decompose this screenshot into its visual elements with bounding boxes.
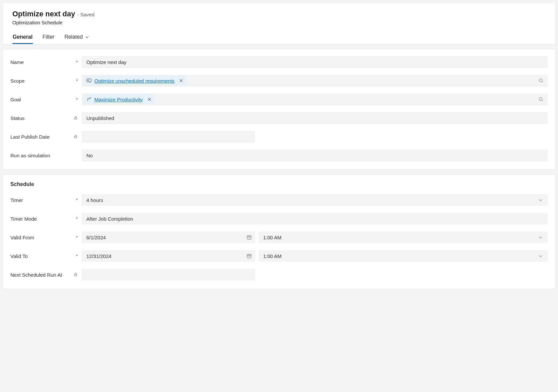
tab-general[interactable]: General <box>12 32 33 44</box>
simulation-field[interactable]: No <box>82 149 548 161</box>
svg-rect-0 <box>87 79 91 82</box>
general-section: Name * Optimize next day Scope * Optimiz… <box>3 49 555 170</box>
tab-filter[interactable]: Filter <box>42 32 55 44</box>
calendar-icon[interactable] <box>246 235 252 240</box>
chevron-down-icon <box>538 198 543 202</box>
search-icon[interactable] <box>538 78 544 83</box>
svg-rect-4 <box>75 136 77 138</box>
svg-point-1 <box>539 79 542 82</box>
calendar-icon[interactable] <box>246 253 252 259</box>
header-card: Optimize next day - Saved Optimization S… <box>3 3 555 44</box>
valid-to-date[interactable]: 12/31/2024 <box>82 250 255 262</box>
tab-related-label: Related <box>64 34 83 40</box>
entity-name: Optimization Schedule <box>12 20 546 25</box>
row-timer: Timer * 4 hours <box>10 194 548 206</box>
valid-from-time-value: 1:00 AM <box>263 235 282 240</box>
label-goal: Goal <box>10 97 21 102</box>
label-valid-from: Valid From <box>10 235 34 240</box>
row-last-publish: Last Publish Date <box>10 131 548 143</box>
svg-point-10 <box>248 256 249 257</box>
goal-link[interactable]: Maximize Productivity <box>94 97 143 102</box>
schedule-title: Schedule <box>10 181 548 187</box>
goal-lookup[interactable]: Maximize Productivity <box>82 93 548 105</box>
row-next-run: Next Scheduled Run At <box>10 269 548 281</box>
row-valid-from: Valid From * 6/1/2024 1:00 AM <box>10 231 548 243</box>
label-simulation: Run as simulation <box>10 153 50 158</box>
goal-chip: Maximize Productivity <box>84 95 154 104</box>
required-icon: * <box>76 254 78 259</box>
svg-point-2 <box>539 98 542 101</box>
row-scope: Scope * Optimize unscheduled requirement… <box>10 75 548 87</box>
svg-point-7 <box>249 237 249 238</box>
svg-point-11 <box>249 256 249 257</box>
label-next-run: Next Scheduled Run At <box>10 272 62 278</box>
chevron-down-icon <box>85 35 89 39</box>
row-status: Status Unpublished <box>10 112 548 124</box>
scope-link[interactable]: Optimize unscheduled requirements <box>94 78 174 84</box>
row-name: Name * Optimize next day <box>10 56 548 68</box>
required-icon: * <box>76 78 78 83</box>
label-timer-mode: Timer Mode <box>10 216 37 222</box>
scope-icon <box>86 78 92 83</box>
save-state: - Saved <box>77 12 94 17</box>
svg-point-8 <box>250 237 250 238</box>
close-icon[interactable] <box>179 79 183 83</box>
last-publish-field <box>82 131 255 143</box>
tab-related[interactable]: Related <box>64 32 90 44</box>
valid-from-date[interactable]: 6/1/2024 <box>82 231 255 243</box>
status-field: Unpublished <box>82 112 548 124</box>
lock-icon <box>74 116 78 120</box>
label-timer: Timer <box>10 197 23 203</box>
row-simulation: Run as simulation No <box>10 149 548 161</box>
lock-icon <box>74 135 78 139</box>
valid-to-date-value: 12/31/2024 <box>86 253 111 259</box>
required-icon: * <box>76 60 78 65</box>
valid-to-time-value: 1:00 AM <box>263 253 282 259</box>
required-icon: * <box>76 235 78 240</box>
row-goal: Goal * Maximize Productivity <box>10 93 548 105</box>
name-input[interactable]: Optimize next day <box>82 56 548 68</box>
search-icon[interactable] <box>538 97 544 102</box>
chevron-down-icon <box>538 254 543 258</box>
close-icon[interactable] <box>147 97 151 101</box>
row-timer-mode: Timer Mode * After Job Completion <box>10 213 548 225</box>
row-valid-to: Valid To * 12/31/2024 1:00 AM <box>10 250 548 262</box>
svg-point-12 <box>250 256 250 257</box>
timer-mode-field[interactable]: After Job Completion <box>82 213 548 225</box>
svg-rect-3 <box>75 118 77 119</box>
scope-lookup[interactable]: Optimize unscheduled requirements <box>82 75 548 87</box>
goal-icon <box>86 97 92 102</box>
required-icon: * <box>76 198 78 203</box>
schedule-section: Schedule Timer * 4 hours Timer Mode * Af… <box>3 174 555 289</box>
scope-chip: Optimize unscheduled requirements <box>84 76 186 85</box>
chevron-down-icon <box>538 235 543 240</box>
tab-list: General Filter Related <box>12 32 546 44</box>
timer-select[interactable]: 4 hours <box>82 194 548 206</box>
lock-icon <box>74 273 78 277</box>
label-valid-to: Valid To <box>10 253 28 259</box>
svg-point-6 <box>248 237 249 238</box>
label-name: Name <box>10 59 24 65</box>
svg-rect-13 <box>75 274 77 276</box>
valid-from-time[interactable]: 1:00 AM <box>258 231 548 243</box>
label-last-publish: Last Publish Date <box>10 134 50 140</box>
label-scope: Scope <box>10 78 25 84</box>
page-title: Optimize next day <box>12 10 75 18</box>
valid-to-time[interactable]: 1:00 AM <box>258 250 548 262</box>
next-run-field <box>82 269 255 281</box>
required-icon: * <box>76 97 78 102</box>
label-status: Status <box>10 115 25 121</box>
timer-value: 4 hours <box>86 197 103 203</box>
required-icon: * <box>76 216 78 221</box>
valid-from-date-value: 6/1/2024 <box>86 235 106 240</box>
